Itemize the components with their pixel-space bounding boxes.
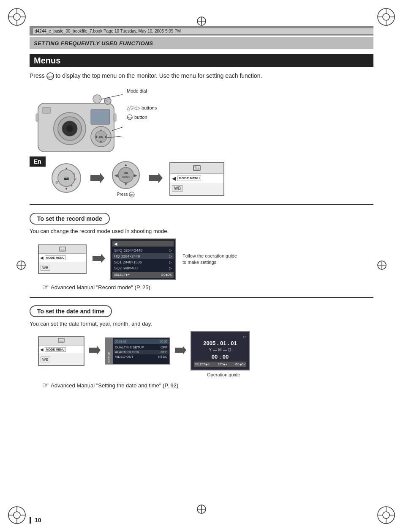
screen-wb-row: WB — [170, 183, 223, 192]
dt-manual-ref-icon: ☞ — [42, 381, 49, 390]
record-arrow — [91, 253, 106, 266]
svg-marker-72 — [90, 173, 104, 183]
screen-menu-row: ◀ MODE MENU — [170, 174, 223, 183]
arrow-1 — [88, 172, 105, 186]
svg-text:▼: ▼ — [99, 140, 103, 144]
intro-paragraph: Press MENU to display the top menu on th… — [30, 71, 373, 80]
svg-text:MN: MN — [130, 194, 133, 196]
svg-rect-84 — [193, 165, 200, 170]
record-manual-ref: ☞ Advanced Manual "Record mode" (P. 25) — [42, 282, 373, 292]
svg-text:OK: OK — [124, 172, 128, 175]
svg-text:▼: ▼ — [65, 187, 68, 190]
mode-dial-small: ▲ S C ▼ − ⊙ 📷 ✦ — [51, 162, 82, 196]
record-mode-body: You can change the record mode used in s… — [30, 228, 373, 234]
ok-button-label: MENU button — [127, 114, 157, 120]
dt-mode-menu-label: MODE MENU — [45, 347, 66, 352]
svg-text:OK: OK — [99, 135, 103, 138]
svg-marker-83 — [149, 173, 163, 183]
svg-text:MENU: MENU — [127, 116, 133, 119]
section-header-bar: SETTING FREQUENTLY USED FUNCTIONS — [30, 37, 373, 49]
mode-menu-label: MODE MENU — [177, 176, 201, 181]
svg-marker-89 — [93, 254, 105, 263]
file-info: d4244_e_basic_00_bookfile_7.book Page 10… — [33, 28, 373, 34]
svg-text:✦: ✦ — [71, 184, 73, 187]
setup-screen: SETUP 05.01.01 00:00 DUALTIME SETUPOFF A… — [105, 337, 170, 365]
record-wb-label: WB — [41, 265, 50, 271]
record-item-0: SHQ 3264×2448▷ — [112, 247, 174, 253]
main-content: Menus Press MENU to display the top menu… — [30, 49, 373, 507]
record-item-3: SQ2 640×480▷ — [112, 265, 174, 271]
dt-arrow-1 — [88, 345, 101, 357]
datetime-date: 2005 . 01 . 01 — [194, 340, 246, 346]
press-sequence: ▲ S C ▼ − ⊙ 📷 ✦ ▲ — [51, 160, 373, 197]
svg-text:◀: ◀ — [95, 135, 98, 139]
svg-marker-92 — [89, 346, 101, 354]
svg-rect-44 — [91, 110, 110, 124]
wb-label: WB — [172, 185, 183, 192]
camera-labels: Mode dial △▽◁▷ buttons MENU button — [127, 86, 157, 120]
mode-dial-label: Mode dial — [127, 88, 157, 93]
svg-line-57 — [102, 93, 123, 99]
divider-2 — [30, 297, 373, 298]
dt-wb-label: WB — [41, 356, 50, 362]
record-items-screen: ◀ SHQ 3264×2448▷ HQ 3264×2448▷ SQ1 2048×… — [110, 239, 176, 280]
manual-ref-icon: ☞ — [42, 282, 49, 292]
svg-text:▲: ▲ — [65, 167, 68, 170]
svg-text:S: S — [74, 173, 75, 176]
camera-diagram-section: ▲ ▼ ◀ ▶ OK Mode dial △▽◁▷ buttons MEN — [30, 86, 373, 156]
datetime-sequence: ◀ MODE MENU WB SETUP — [38, 331, 373, 370]
datetime-format: Y — M — D — [194, 348, 246, 352]
svg-text:MENU: MENU — [122, 176, 130, 178]
record-item-1: HQ 3264×2448▷ — [112, 253, 174, 259]
section-title: SETTING FREQUENTLY USED FUNCTIONS — [34, 40, 153, 47]
setup-item-2: VIDEO OUTNTSC — [114, 354, 169, 359]
menus-heading: Menus — [30, 54, 373, 67]
svg-text:C: C — [75, 178, 77, 181]
svg-point-42 — [66, 125, 73, 132]
svg-point-1 — [14, 14, 20, 20]
svg-text:MENU: MENU — [46, 75, 54, 78]
corner-mark-br — [373, 502, 399, 528]
svg-point-7 — [383, 14, 389, 20]
svg-rect-55 — [36, 114, 38, 121]
screen-preview: ◀ MODE MENU WB — [169, 162, 224, 196]
datetime-box: To set the date and time — [30, 305, 112, 317]
back-icon: ↩ — [194, 335, 246, 339]
press-label: Press MN — [111, 192, 141, 197]
page-number: 10 — [30, 517, 41, 524]
setup-tab: SETUP — [106, 338, 113, 364]
corner-mark-tr — [373, 4, 399, 30]
record-mode-menu-label: MODE MENU — [45, 255, 66, 260]
svg-rect-43 — [42, 107, 51, 113]
divider-1 — [30, 204, 373, 205]
setup-inner: 05.01.01 00:00 DUALTIME SETUPOFF ALARM C… — [113, 338, 169, 364]
svg-point-74 — [118, 167, 133, 183]
svg-text:◀: ◀ — [114, 173, 118, 178]
datetime-section: To set the date and time You can set the… — [30, 302, 373, 390]
svg-marker-93 — [175, 346, 186, 354]
datetime-result-screen: ↩ 2005 . 01 . 01 Y — M — D 00 : 00 SELEC… — [191, 331, 250, 370]
op-guide-label: Operation guide — [207, 372, 373, 377]
follow-guide-text: Follow the operation guide to make setti… — [182, 253, 237, 266]
svg-text:−: − — [56, 173, 57, 176]
svg-marker-91 — [59, 340, 64, 342]
record-left-screen: ◀ MODE MENU WB — [38, 244, 87, 274]
crosshair-right — [376, 259, 388, 273]
follow-guide-container: Follow the operation guide to make setti… — [182, 253, 237, 266]
datetime-body: You can set the date format, year, month… — [30, 321, 373, 327]
svg-text:▼: ▼ — [124, 182, 128, 186]
top-file-bar: d4244_e_basic_00_bookfile_7.book Page 10… — [30, 26, 373, 36]
dt-arrow-2 — [174, 345, 187, 357]
record-mode-sequence: ◀ MODE MENU WB ◀ SHQ 326 — [38, 239, 373, 280]
screen-top-area — [170, 163, 223, 174]
svg-text:⊙: ⊙ — [55, 181, 58, 184]
corner-mark-tl — [4, 4, 30, 30]
svg-text:▶: ▶ — [105, 135, 108, 139]
setup-item-0: DUALTIME SETUPOFF — [114, 345, 169, 350]
svg-point-13 — [14, 512, 20, 518]
svg-text:▲: ▲ — [99, 128, 103, 132]
record-mode-box: To set the record mode — [30, 213, 110, 225]
datetime-time: 00 : 00 — [194, 354, 246, 360]
crosshair-left — [15, 259, 27, 273]
svg-rect-56 — [114, 114, 116, 121]
